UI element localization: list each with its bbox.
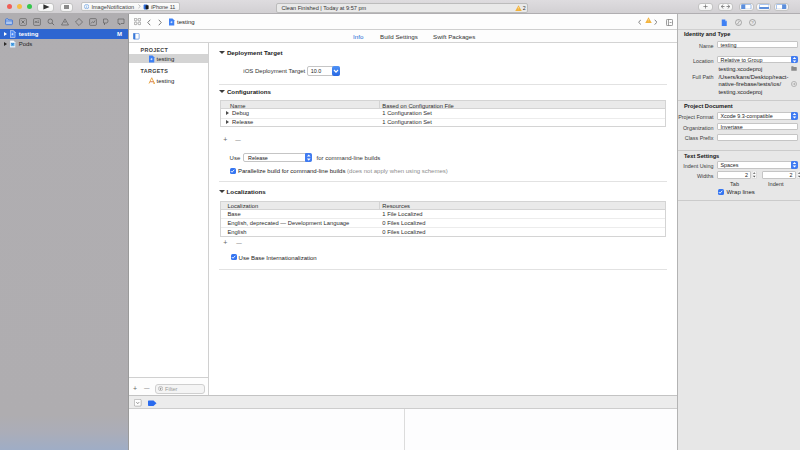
- svg-text:!: !: [647, 19, 648, 24]
- svg-text:!: !: [517, 6, 518, 11]
- svg-text:?: ?: [751, 20, 754, 25]
